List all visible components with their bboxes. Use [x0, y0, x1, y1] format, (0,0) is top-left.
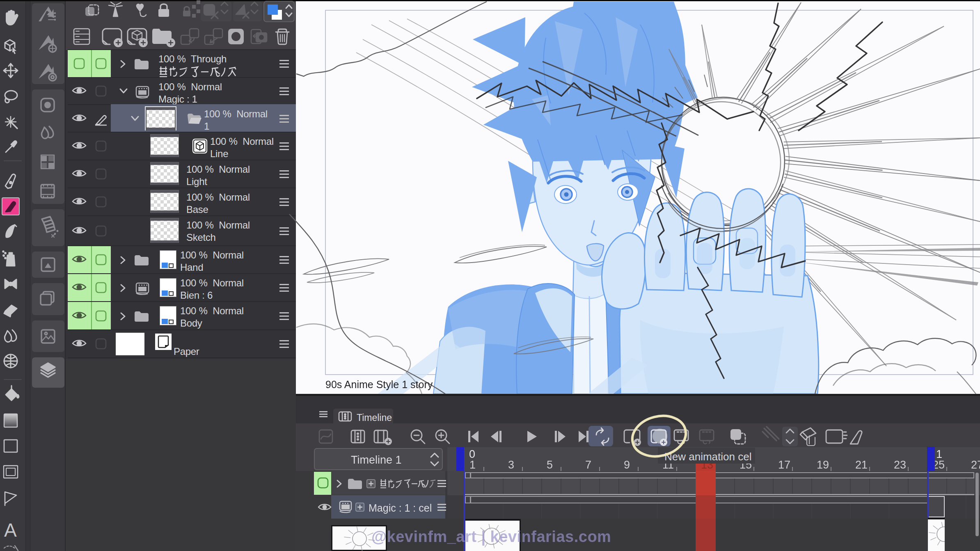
- svg-text:90s Anime Style 1 story: 90s Anime Style 1 story: [325, 379, 433, 390]
- svg-text:A: A: [4, 519, 17, 541]
